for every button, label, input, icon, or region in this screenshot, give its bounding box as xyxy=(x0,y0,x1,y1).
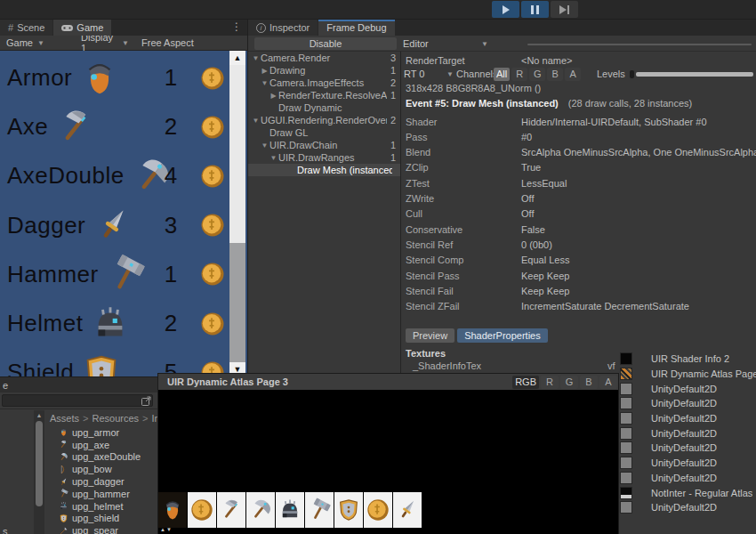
asset-row[interactable]: upg_helmet xyxy=(44,500,160,513)
texture-row[interactable]: UIR Dynamic Atlas Page xyxy=(620,367,756,382)
foldout-icon[interactable]: ▼ xyxy=(251,54,261,62)
atlas-channel-button[interactable]: B xyxy=(580,376,598,389)
levels-slider[interactable] xyxy=(636,72,753,77)
channel-button[interactable]: B xyxy=(547,68,563,81)
texture-row[interactable]: UnityDefault2D xyxy=(620,500,756,515)
foldout-icon[interactable]: ▶ xyxy=(260,67,269,75)
event-label: Camera.ImageEffects xyxy=(269,77,387,88)
texture-row[interactable]: UnityDefault2D xyxy=(620,425,756,441)
texture-row[interactable]: UnityDefault2D xyxy=(620,381,756,396)
texture-swatch xyxy=(620,472,632,484)
channel-button[interactable]: G xyxy=(529,68,545,81)
tab-frame-debug[interactable]: Frame Debug xyxy=(318,20,394,36)
info-icon: i xyxy=(256,23,266,33)
frame-event-row[interactable]: Draw Mesh (instanced) xyxy=(248,164,400,176)
open-search-icon[interactable] xyxy=(141,396,151,406)
atlas-channel-button[interactable]: RGB xyxy=(512,376,539,389)
sprite-icon xyxy=(248,498,273,522)
scrollbar-thumb[interactable] xyxy=(229,65,245,243)
project-scrollbar[interactable]: ▲ xyxy=(34,410,44,534)
channel-button[interactable]: All xyxy=(494,68,510,81)
asset-row[interactable]: upg_dagger xyxy=(44,475,160,488)
game-mode-dropdown[interactable]: Game▼ xyxy=(0,37,75,48)
texture-row[interactable]: UIR Shader Info 2 xyxy=(620,352,756,367)
kebab-menu-icon[interactable]: ⋮ xyxy=(231,20,242,33)
atlas-channel-button[interactable]: A xyxy=(599,376,617,389)
texture-row[interactable]: UnityDefault2D xyxy=(620,396,756,411)
asset-icon xyxy=(59,514,68,523)
frame-event-row[interactable]: ▶ RenderTexture.ResolveA 1 xyxy=(248,89,400,101)
frame-event-row[interactable]: ▼ Camera.Render 3 xyxy=(248,52,400,64)
textures-section-label: Textures xyxy=(406,348,446,359)
asset-row[interactable]: upg_axeDouble xyxy=(44,451,160,464)
project-tabbar[interactable]: e xyxy=(0,377,160,392)
frame-event-row[interactable]: ▼ UGUI.Rendering.RenderOverla 2 xyxy=(248,114,400,126)
asset-row[interactable]: upg_spear xyxy=(44,524,160,534)
atlas-titlebar[interactable]: UIR Dynamic Atlas Page 3 RGB R G B A xyxy=(158,374,618,390)
texture-row[interactable]: UnityDefault2D xyxy=(620,441,756,456)
asset-row[interactable]: upg_armor xyxy=(44,426,160,439)
texture-name: UnityDefault2D xyxy=(651,413,717,424)
frame-event-row[interactable]: ▼ Camera.ImageEffects 2 xyxy=(248,77,400,89)
asset-icon xyxy=(59,489,68,498)
frame-event-row[interactable]: ▼ UIR.DrawChain 1 xyxy=(248,139,400,151)
frame-event-row[interactable]: Draw Dynamic xyxy=(248,101,400,114)
state-value: False xyxy=(521,224,545,235)
foldout-icon[interactable]: ▼ xyxy=(260,79,269,87)
atlas-channel-button[interactable]: R xyxy=(541,376,559,389)
texture-name: UnityDefault2D xyxy=(651,398,717,409)
shader-properties-button[interactable]: ShaderProperties xyxy=(457,328,548,343)
target-label: Editor xyxy=(403,38,429,49)
play-button[interactable] xyxy=(492,1,519,18)
tab-game[interactable]: Game xyxy=(53,20,111,36)
search-input[interactable] xyxy=(2,394,153,407)
breadcrumb-segment[interactable]: Resources xyxy=(92,413,139,424)
atlas-sprite-tile xyxy=(246,492,275,528)
item-icon xyxy=(90,303,131,344)
texture-row[interactable]: UnityDefault2D xyxy=(620,471,756,486)
aspect-dropdown[interactable]: Free Aspect xyxy=(135,37,200,48)
step-button[interactable] xyxy=(551,1,578,18)
tab-scene[interactable]: # Scene xyxy=(0,20,52,36)
target-dropdown[interactable]: Editor ▼ xyxy=(403,37,492,50)
foldout-icon[interactable]: ▼ xyxy=(251,117,261,125)
foldout-icon[interactable]: ▶ xyxy=(269,92,278,100)
atlas-channel-button[interactable]: G xyxy=(560,376,578,389)
scroll-up-icon[interactable]: ▲ xyxy=(229,51,245,65)
preview-button[interactable]: Preview xyxy=(406,328,454,343)
asset-row[interactable]: upg_axe xyxy=(44,439,160,451)
scroll-up-icon[interactable]: ▲ xyxy=(34,412,44,418)
foldout-icon[interactable]: ▼ xyxy=(260,142,269,150)
levels-slider-knob[interactable] xyxy=(630,70,634,78)
channel-button[interactable]: A xyxy=(565,68,581,81)
texture-list: UIR Shader Info 2 UIR Dynamic Atlas Page… xyxy=(620,352,756,515)
texture-swatch xyxy=(620,501,632,514)
texture-row[interactable]: UnityDefault2D xyxy=(620,411,756,426)
project-content: Assets > Resources > Inv upg_armor upg_a… xyxy=(44,410,160,534)
asset-row[interactable]: upg_hammer xyxy=(44,488,160,500)
texture-name: UnityDefault2D xyxy=(651,502,717,513)
frame-event-slider[interactable] xyxy=(527,44,752,45)
texture-row[interactable]: UnityDefault2D xyxy=(620,456,756,471)
asset-row[interactable]: upg_bow xyxy=(44,463,160,475)
foldout-icon[interactable]: ▼ xyxy=(269,154,278,162)
frame-event-row[interactable]: ▶ Drawing 1 xyxy=(248,64,400,77)
project-folder-tree[interactable]: s xyxy=(0,410,34,534)
frame-event-row[interactable]: ▼ UIR.DrawRanges 1 xyxy=(248,151,400,164)
rt-dropdown[interactable]: RT 0 ▼ xyxy=(404,69,454,79)
pause-button[interactable] xyxy=(521,1,549,18)
texture-row[interactable]: NotInter - Regular Atlas xyxy=(620,485,756,500)
state-key: Pass xyxy=(406,132,521,142)
disable-button[interactable]: Disable xyxy=(254,37,397,50)
breadcrumb-segment[interactable]: Assets xyxy=(50,413,79,424)
shader-state-row: Stencil FailKeep Keep xyxy=(406,286,756,301)
scrollbar-thumb[interactable] xyxy=(36,421,43,506)
tab-inspector[interactable]: i Inspector xyxy=(248,20,318,36)
shader-state-row: ZTestLessEqual xyxy=(406,178,756,193)
asset-name: upg_axeDouble xyxy=(72,451,141,462)
state-key: Stencil Ref xyxy=(406,239,521,250)
frame-event-row[interactable]: Draw GL xyxy=(248,126,400,139)
game-scrollbar[interactable]: ▲ ▼ xyxy=(229,51,245,376)
channel-button[interactable]: R xyxy=(511,68,527,81)
asset-row[interactable]: upg_shield xyxy=(44,513,160,525)
